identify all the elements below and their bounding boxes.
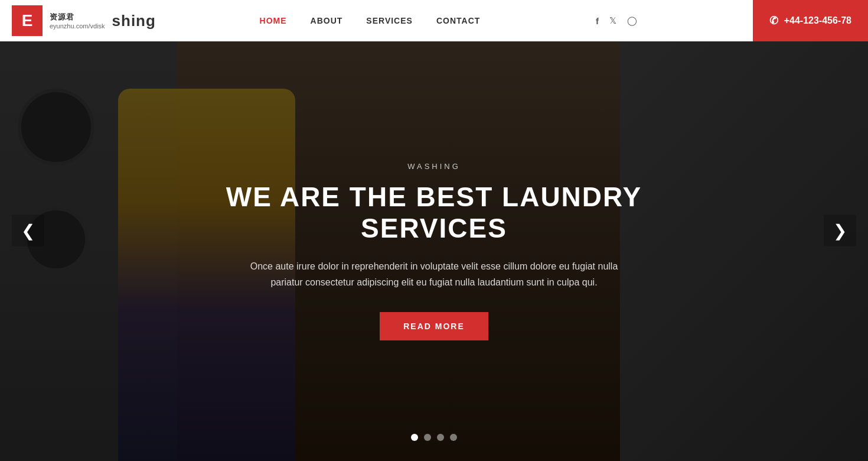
header: E 资源君 eyunzhu.com/vdisk shing HOME ABOUT… [0, 0, 868, 41]
main-nav: HOME ABOUT SERVICES CONTACT [260, 16, 481, 25]
hero-content: WASHING WE ARE THE BEST LAUNDRY SERVICES… [0, 0, 868, 461]
nav-about[interactable]: ABOUT [311, 16, 343, 25]
logo-sub: eyunzhu.com/vdisk [50, 22, 105, 30]
logo-box: E [12, 5, 43, 36]
hero-description: Once aute irure dolor in reprehenderit i… [239, 258, 629, 290]
logo-chinese: 资源君 [50, 12, 105, 22]
logo-brand-prefix: sh [112, 12, 131, 30]
slider-dots [411, 434, 457, 441]
instagram-icon[interactable]: ◯ [627, 15, 637, 26]
dot-1[interactable] [411, 434, 418, 441]
logo-letter: E [22, 11, 33, 30]
prev-arrow[interactable]: ❮ [12, 215, 44, 246]
next-arrow[interactable]: ❯ [824, 215, 856, 246]
phone-button[interactable]: ✆ +44-123-456-78 [753, 0, 868, 41]
nav-services[interactable]: SERVICES [366, 16, 413, 25]
nav-contact[interactable]: CONTACT [436, 16, 480, 25]
facebook-icon[interactable]: f [596, 16, 599, 26]
hero-title: WE ARE THE BEST LAUNDRY SERVICES [198, 181, 670, 244]
logo-brand: shing [112, 12, 156, 30]
dot-4[interactable] [450, 434, 457, 441]
nav-home[interactable]: HOME [260, 16, 287, 25]
logo-brand-highlight: ing [131, 12, 156, 30]
logo-area: E 资源君 eyunzhu.com/vdisk shing [12, 5, 156, 36]
dot-3[interactable] [437, 434, 444, 441]
hero-section: ❮ ❯ WASHING WE ARE THE BEST LAUNDRY SERV… [0, 0, 868, 461]
hero-label: WASHING [407, 162, 461, 171]
phone-icon: ✆ [769, 14, 778, 27]
phone-number: +44-123-456-78 [784, 15, 851, 26]
social-icons: f 𝕏 ◯ [584, 15, 649, 26]
twitter-icon[interactable]: 𝕏 [609, 15, 616, 26]
logo-text-area: 资源君 eyunzhu.com/vdisk [50, 12, 105, 30]
dot-2[interactable] [424, 434, 431, 441]
read-more-button[interactable]: READ MORE [380, 312, 488, 340]
